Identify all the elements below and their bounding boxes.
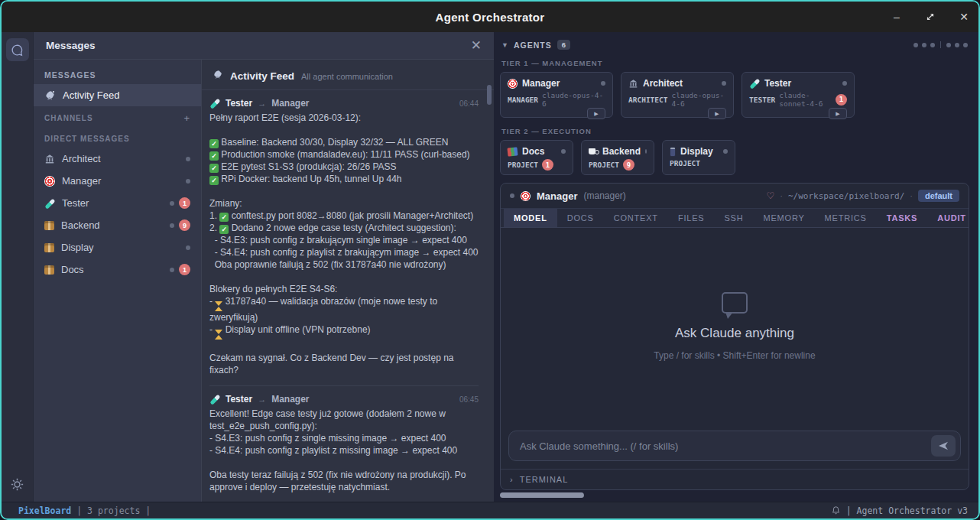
tier2-label: TIER 2 — EXECUTION (500, 122, 969, 140)
presence-dot (170, 223, 174, 228)
dm-item-label: Tester (62, 197, 89, 209)
unread-badge: 1 (542, 159, 553, 171)
dm-item-manager[interactable]: Manager (34, 170, 201, 192)
status-dot (955, 43, 959, 47)
collapse-triangle-icon: ▼ (501, 41, 508, 49)
agent-card-tester[interactable]: Tester TESTER claude-sonnet-4-6 1 ▶ (741, 72, 855, 118)
dm-item-architect[interactable]: Architect (34, 148, 201, 170)
heart-icon[interactable]: ♡ (767, 190, 775, 201)
profile-badge[interactable]: default (918, 190, 959, 202)
session-agent-name: Manager (537, 190, 577, 202)
messages-activity-button[interactable] (6, 38, 29, 61)
mobile-phone-icon (670, 147, 676, 157)
run-agent-button[interactable]: ▶ (829, 108, 847, 119)
package-icon (44, 221, 54, 230)
terminal-toggle[interactable]: › TERMINAL (501, 469, 969, 489)
add-channel-button[interactable]: + (183, 112, 190, 124)
agent-card-backend[interactable]: Backend PROJECT 9 (581, 140, 654, 175)
unread-badge: 1 (179, 197, 190, 209)
check-emoji: ✓ (219, 213, 229, 222)
run-agent-button[interactable]: ▶ (708, 108, 726, 119)
settings-button[interactable] (6, 473, 29, 496)
target-icon (521, 191, 531, 201)
run-agent-button[interactable]: ▶ (587, 108, 605, 119)
empty-state-hint: Type / for skills • Shift+Enter for newl… (654, 350, 815, 361)
statusbar-projects: | 3 projects | (76, 505, 151, 516)
books-icon (507, 147, 518, 156)
channels-section-label: CHANNELS + (34, 106, 201, 128)
maximize-button[interactable] (923, 10, 937, 24)
close-window-button[interactable]: ✕ (957, 10, 971, 24)
feed-scrollbar-thumb[interactable] (487, 85, 492, 105)
dm-item-docs[interactable]: Docs 1 (34, 258, 201, 281)
tab-files[interactable]: FILES (668, 209, 715, 227)
agent-card-architect[interactable]: Architect ARCHITECT claude-opus-4-6 ▶ (621, 72, 734, 118)
agent-card-docs[interactable]: Docs PROJECT 1 (500, 140, 573, 175)
test-tube-icon (209, 98, 220, 109)
direct-messages-section-label: DIRECT MESSAGES (34, 128, 201, 148)
agents-title: AGENTS (514, 41, 552, 50)
tab-metrics[interactable]: METRICS (815, 209, 877, 227)
close-icon[interactable]: ✕ (471, 39, 482, 52)
chat-bubble-icon (11, 44, 24, 57)
tab-model[interactable]: MODEL (504, 209, 557, 227)
feed-message: Tester → Manager 06:44 Pełny raport E2E … (209, 98, 479, 386)
tier2-cards: Docs PROJECT 1 Backend PROJECT 9 Display (500, 140, 969, 180)
minimize-button[interactable]: – (890, 10, 904, 24)
tab-ssh[interactable]: SSH (714, 209, 753, 227)
status-dot (722, 81, 726, 86)
dm-item-tester[interactable]: Tester 1 (34, 192, 201, 214)
messages-sidebar: MESSAGES Activity Feed CHANNELS + DIRECT… (34, 60, 202, 502)
status-dot (922, 43, 926, 47)
classical-building-icon (628, 79, 638, 88)
check-emoji: ✓ (209, 176, 219, 185)
tab-audit[interactable]: AUDIT (927, 209, 969, 227)
presence-dot (170, 201, 174, 206)
agent-card-manager[interactable]: Manager MANAGER claude-opus-4-6 ▶ (500, 72, 613, 118)
send-button[interactable] (931, 435, 956, 457)
feed-subtitle: All agent communication (301, 72, 393, 81)
dm-item-display[interactable]: Display (34, 236, 201, 258)
tab-context[interactable]: CONTEXT (604, 209, 668, 227)
activity-bar (2, 32, 34, 502)
status-dot (963, 43, 968, 47)
horizontal-scrollbar-thumb[interactable] (500, 492, 584, 498)
check-emoji: ✓ (219, 225, 229, 234)
workspace-path: ~/workspace/pixelboard/ (788, 191, 904, 201)
status-dot (842, 81, 847, 86)
package-icon (44, 265, 54, 275)
dm-item-backend[interactable]: Backend 9 (34, 214, 201, 236)
tab-docs[interactable]: DOCS (557, 209, 604, 227)
activity-feed: Activity Feed All agent communication Te… (202, 60, 494, 502)
agents-header[interactable]: ▼ AGENTS 6 (500, 37, 969, 54)
target-icon (508, 79, 518, 89)
feed-message-list[interactable]: Tester → Manager 06:44 Pełny raport E2E … (202, 90, 494, 502)
tab-memory[interactable]: MEMORY (753, 209, 814, 227)
gear-icon (11, 478, 24, 491)
check-emoji: ✓ (209, 164, 219, 173)
agents-panel: ▼ AGENTS 6 TIER 1 — MANAGEMENT Manager M… (494, 32, 978, 502)
message-to: Manager (271, 98, 309, 109)
session-tabs: MODEL DOCS CONTEXT FILES SSH MEMORY METR… (501, 208, 969, 228)
session-empty-state: Ask Claude anything Type / for skills • … (501, 228, 969, 424)
message-body: Excellent! Edge case testy już gotowe (d… (209, 408, 479, 493)
status-dot (601, 81, 605, 86)
prompt-input[interactable]: Ask Claude something... (/ for skills) (508, 431, 961, 461)
tab-tasks[interactable]: TASKS (877, 209, 927, 227)
bell-icon[interactable] (831, 505, 841, 515)
empty-state-title: Ask Claude anything (675, 326, 794, 341)
satellite-dish-icon (213, 69, 223, 80)
agents-count-badge: 6 (557, 40, 570, 50)
status-bar: PixelBoard | 3 projects | | Agent Orches… (2, 502, 978, 518)
statusbar-version: | Agent Orchestrator v3 (846, 505, 968, 516)
status-dot (913, 43, 918, 47)
message-body: Pełny raport E2E (sesja 2026-03-12): ✓ B… (209, 112, 479, 376)
sidebar-item-activity-feed[interactable]: Activity Feed (34, 84, 201, 106)
test-tube-icon (749, 78, 760, 89)
main-area: Messages ✕ MESSAGES Activity Feed CHANNE… (2, 32, 978, 502)
activity-feed-header: Activity Feed All agent communication (202, 60, 494, 90)
tier1-label: TIER 1 — MANAGEMENT (500, 54, 969, 72)
test-tube-icon (44, 198, 55, 209)
agent-card-display[interactable]: Display PROJECT (662, 140, 735, 175)
session-status-dot (510, 193, 514, 198)
